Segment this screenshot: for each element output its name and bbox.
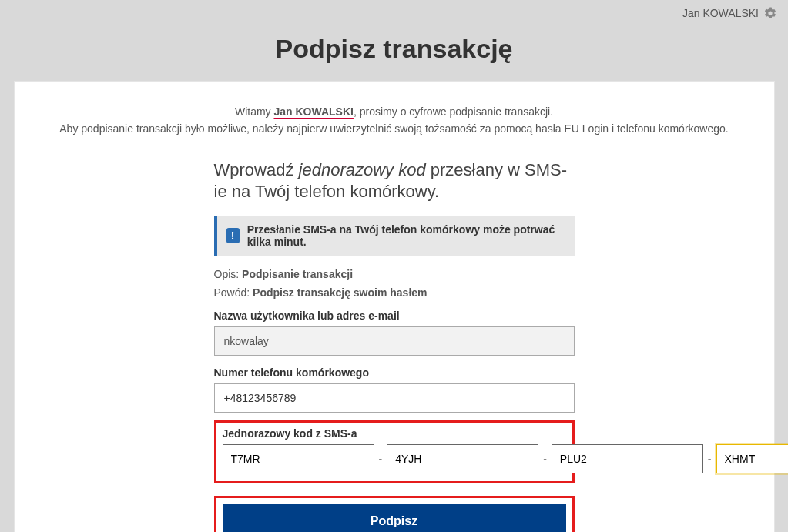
code-part-3[interactable]	[552, 444, 703, 473]
powod-label: Powód:	[214, 286, 253, 299]
welcome-prefix: Witamy	[235, 105, 274, 118]
form-area: Wprowadź jednorazowy kod przesłany w SMS…	[214, 159, 575, 532]
code-sep-2: -	[543, 453, 547, 465]
page-title: Podpisz transakcję	[0, 34, 788, 64]
welcome-line2: Aby podpisanie transakcji było możliwe, …	[59, 122, 728, 135]
welcome-text: Witamy Jan KOWALSKI, prosimy o cyfrowe p…	[45, 103, 743, 138]
user-label: Nazwa użytkownika lub adres e-mail	[214, 309, 575, 322]
code-part-1[interactable]	[223, 444, 374, 473]
code-label: Jednorazowy kod z SMS-a	[223, 427, 566, 440]
opis-row: Opis: Podpisanie transakcji	[214, 268, 575, 280]
instruction: Wprowadź jednorazowy kod przesłany w SMS…	[214, 159, 575, 203]
instr-p1: Wprowadź	[214, 160, 299, 179]
phone-label: Numer telefonu komórkowego	[214, 366, 575, 379]
user-name: Jan KOWALSKI	[682, 7, 759, 19]
gear-icon[interactable]	[763, 6, 777, 20]
code-part-4[interactable]	[716, 444, 788, 473]
sign-section: Podpisz	[214, 496, 575, 532]
instr-em: jednorazowy kod	[299, 160, 426, 179]
opis-value: Podpisanie transakcji	[242, 268, 353, 280]
code-row: - - - ×	[223, 444, 566, 473]
sign-button[interactable]: Podpisz	[223, 504, 566, 532]
sms-code-section: Jednorazowy kod z SMS-a - - - ×	[214, 420, 575, 483]
code-sep-3: -	[708, 453, 712, 465]
welcome-suffix: , prosimy o cyfrowe podpisanie transakcj…	[354, 105, 553, 118]
notice-text: Przesłanie SMS-a na Twój telefon komórko…	[247, 223, 565, 248]
code-sep-1: -	[379, 453, 383, 465]
info-icon: !	[226, 228, 240, 243]
phone-field[interactable]	[214, 383, 575, 413]
welcome-name: Jan KOWALSKI	[273, 105, 353, 118]
top-bar: Jan KOWALSKI	[0, 0, 788, 20]
code-part-2[interactable]	[387, 444, 538, 473]
username-field	[214, 326, 575, 356]
info-notice: ! Przesłanie SMS-a na Twój telefon komór…	[214, 216, 575, 256]
powod-value: Podpisz transakcję swoim hasłem	[253, 286, 427, 299]
powod-row: Powód: Podpisz transakcję swoim hasłem	[214, 286, 575, 299]
opis-label: Opis:	[214, 268, 243, 280]
main-panel: Witamy Jan KOWALSKI, prosimy o cyfrowe p…	[14, 81, 775, 532]
